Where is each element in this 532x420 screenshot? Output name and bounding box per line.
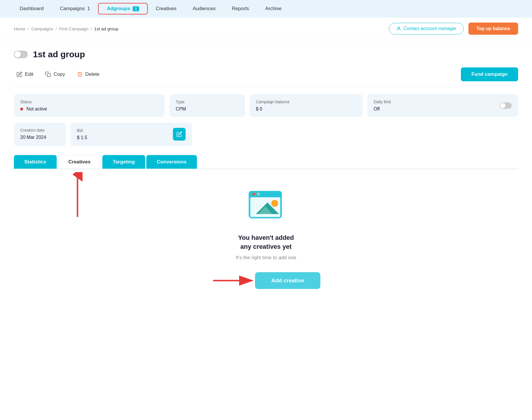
- nav-item-dashboard[interactable]: Dashboard: [12, 3, 52, 14]
- add-creative-wrapper: Add creative: [212, 272, 320, 289]
- daily-limit-toggle[interactable]: [500, 102, 512, 109]
- daily-limit-value: Off: [374, 106, 391, 112]
- action-bar-left: Edit Copy D: [14, 70, 102, 79]
- red-arrow-right-annotation: [212, 273, 255, 288]
- svg-point-6: [252, 193, 255, 196]
- creative-illustration: [246, 187, 286, 224]
- copy-button[interactable]: Copy: [43, 70, 67, 79]
- empty-subtitle: It's the right time to add one: [236, 255, 296, 261]
- info-cards-row1: Status Not active Type CPM Campaign bala…: [14, 94, 518, 117]
- action-bar: Edit Copy D: [14, 67, 518, 86]
- svg-rect-1: [47, 74, 51, 77]
- page-header: 1st ad group: [14, 49, 518, 59]
- fund-campaign-button[interactable]: Fund campaign: [461, 67, 518, 81]
- breadcrumb-home[interactable]: Home: [14, 26, 25, 31]
- bid-edit-button[interactable]: [173, 128, 186, 141]
- empty-state: You haven't added any creatives yet It's…: [14, 169, 518, 312]
- breadcrumb-campaign[interactable]: First Campaign: [59, 26, 88, 31]
- status-card: Status Not active: [14, 94, 165, 117]
- breadcrumb-bar: Home / Campaigns / First Campaign / 1st …: [0, 17, 532, 40]
- bid-label: Bid: [77, 128, 87, 133]
- tab-targeting[interactable]: Targeting: [102, 155, 145, 169]
- person-icon: [396, 26, 401, 31]
- page-title: 1st ad group: [33, 49, 85, 59]
- creation-date-label: Creation date: [20, 128, 60, 132]
- add-creative-button[interactable]: Add creative: [255, 272, 320, 289]
- nav-item-archive[interactable]: Archive: [257, 3, 290, 14]
- breadcrumb: Home / Campaigns / First Campaign / 1st …: [14, 26, 119, 31]
- creation-date-value: 20 Mar 2024: [20, 135, 60, 140]
- balance-value: $ 0: [256, 106, 356, 112]
- tab-content: You haven't added any creatives yet It's…: [14, 169, 518, 312]
- balance-label: Campaign balance: [256, 100, 356, 104]
- pencil-icon: [176, 131, 182, 137]
- nav-item-audiences[interactable]: Audiences: [184, 3, 223, 14]
- tab-conversions[interactable]: Conversions: [146, 155, 197, 169]
- status-value: Not active: [20, 106, 158, 112]
- tab-creatives[interactable]: Creatives: [58, 155, 101, 169]
- breadcrumb-campaigns[interactable]: Campaigns: [31, 26, 53, 31]
- adgroups-count-badge: 1: [133, 6, 139, 11]
- delete-button[interactable]: Delete: [74, 70, 102, 79]
- svg-point-10: [271, 200, 278, 207]
- status-dot: [20, 108, 23, 110]
- info-cards-row2: Creation date 20 Mar 2024 Bid $ 1.5: [14, 123, 518, 146]
- type-value: CPM: [176, 106, 239, 112]
- svg-point-0: [398, 27, 400, 29]
- campaigns-count-badge: 1: [87, 6, 90, 12]
- nav-item-creatives[interactable]: Creatives: [148, 3, 185, 14]
- nav-item-campaigns[interactable]: Campaigns 1: [52, 3, 98, 14]
- type-card: Type CPM: [169, 94, 245, 117]
- nav-item-reports[interactable]: Reports: [224, 3, 257, 14]
- bid-value: $ 1.5: [77, 135, 87, 140]
- copy-icon: [45, 71, 51, 78]
- svg-point-7: [257, 193, 260, 196]
- status-label: Status: [20, 100, 158, 104]
- tab-statistics[interactable]: Statistics: [14, 155, 57, 169]
- contact-account-manager-button[interactable]: Contact account manager: [389, 23, 464, 34]
- nav-item-adgroups[interactable]: Adgroups 1: [98, 3, 147, 14]
- breadcrumb-current: 1st ad group: [94, 26, 118, 31]
- balance-card: Campaign balance $ 0: [250, 94, 363, 117]
- delete-icon: [77, 71, 83, 78]
- tabs-row: Statistics Creatives Targeting Conversio…: [14, 155, 518, 169]
- breadcrumb-actions: Contact account manager Top up balance: [389, 23, 518, 35]
- creation-date-card: Creation date 20 Mar 2024: [14, 123, 66, 146]
- daily-limit-card: Daily limit Off: [367, 94, 518, 117]
- daily-limit-label: Daily limit: [374, 100, 391, 104]
- main-content: 1st ad group Edit: [0, 40, 532, 420]
- adgroup-active-toggle[interactable]: [14, 51, 28, 58]
- type-label: Type: [176, 100, 239, 104]
- edit-icon: [16, 71, 23, 78]
- edit-button[interactable]: Edit: [14, 70, 36, 79]
- top-navigation: Dashboard Campaigns 1 Adgroups 1 Creativ…: [0, 0, 532, 17]
- top-up-balance-button[interactable]: Top up balance: [468, 23, 518, 35]
- empty-title: You haven't added any creatives yet: [238, 233, 294, 251]
- bid-card: Bid $ 1.5: [71, 123, 192, 146]
- red-arrow-up-annotation: [70, 172, 85, 218]
